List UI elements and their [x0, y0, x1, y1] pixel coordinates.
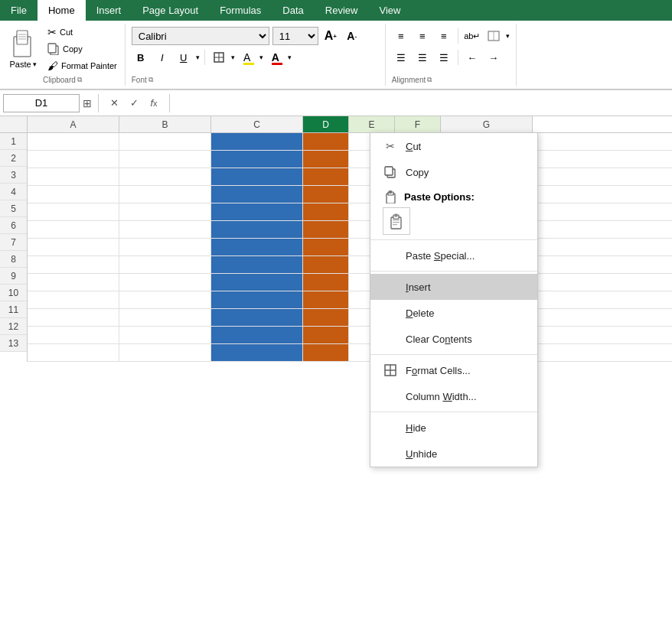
align-right-button[interactable]: ☰ [435, 48, 453, 67]
row-header-9[interactable]: 9 [0, 268, 27, 285]
corner-cell[interactable] [0, 116, 28, 132]
cell-c3[interactable] [211, 168, 303, 185]
align-top-button[interactable]: ≡ [392, 27, 410, 45]
cell-c12[interactable] [211, 327, 303, 343]
col-header-c[interactable]: C [211, 116, 303, 132]
formula-bar-collapse-icon[interactable]: ⊞ [83, 97, 92, 109]
cell-c4[interactable] [211, 186, 303, 203]
paste-option-1[interactable] [383, 207, 410, 235]
context-menu-copy[interactable]: Copy [370, 159, 537, 185]
cell-c7[interactable] [211, 239, 303, 255]
indent-increase-button[interactable]: → [484, 48, 503, 67]
increase-font-size-button[interactable]: A+ [321, 27, 340, 45]
cell-a9[interactable] [28, 274, 119, 291]
tab-page-layout[interactable]: Page Layout [132, 0, 209, 21]
cell-c10[interactable] [211, 291, 303, 308]
cell-c1[interactable] [211, 133, 303, 150]
cell-b2[interactable] [119, 151, 211, 168]
cell-d7[interactable] [303, 239, 349, 255]
border-button[interactable] [210, 48, 228, 67]
cell-d11[interactable] [303, 309, 349, 326]
cell-d12[interactable] [303, 327, 349, 343]
fill-dropdown-arrow[interactable]: ▾ [259, 54, 263, 61]
wrap-text-button[interactable]: ab↵ [463, 27, 481, 45]
cell-c2[interactable] [211, 151, 303, 168]
row-header-7[interactable]: 7 [0, 234, 27, 251]
row-header-1[interactable]: 1 [0, 133, 27, 150]
col-header-g[interactable]: G [441, 116, 533, 132]
cell-d6[interactable] [303, 221, 349, 238]
underline-button[interactable]: U [175, 48, 193, 67]
tab-formulas[interactable]: Formulas [209, 0, 272, 21]
cell-b5[interactable] [119, 203, 211, 220]
cell-b13[interactable] [119, 344, 211, 361]
bold-button[interactable]: B [132, 48, 150, 67]
cell-b11[interactable] [119, 309, 211, 326]
align-left-button[interactable]: ☰ [392, 48, 410, 67]
context-menu-hide[interactable]: Hide [370, 415, 537, 441]
cell-d5[interactable] [303, 203, 349, 220]
cancel-formula-icon[interactable]: ✕ [105, 94, 123, 112]
cell-a11[interactable] [28, 309, 119, 326]
cell-a6[interactable] [28, 221, 119, 238]
border-dropdown-arrow[interactable]: ▾ [231, 54, 235, 61]
context-menu-column-width[interactable]: Column Width... [370, 383, 537, 409]
cell-c6[interactable] [211, 221, 303, 238]
context-menu-unhide[interactable]: Unhide [370, 441, 537, 467]
paste-button[interactable]: Paste ▾ [5, 26, 41, 72]
cell-a13[interactable] [28, 344, 119, 361]
decrease-font-size-button[interactable]: A- [343, 27, 361, 45]
cell-b9[interactable] [119, 274, 211, 291]
row-header-5[interactable]: 5 [0, 200, 27, 217]
cell-a4[interactable] [28, 186, 119, 203]
tab-view[interactable]: View [368, 0, 411, 21]
context-menu-format-cells[interactable]: Format Cells... [370, 357, 537, 383]
italic-button[interactable]: I [153, 48, 171, 67]
context-menu-clear-contents[interactable]: Clear Contents [370, 326, 537, 352]
cell-b1[interactable] [119, 133, 211, 150]
cell-b8[interactable] [119, 256, 211, 273]
context-menu-paste-special[interactable]: Paste Special... [370, 242, 537, 268]
indent-decrease-button[interactable]: ← [463, 48, 481, 67]
cell-d8[interactable] [303, 256, 349, 273]
cell-c11[interactable] [211, 309, 303, 326]
cell-a3[interactable] [28, 168, 119, 185]
cell-b12[interactable] [119, 327, 211, 343]
cell-a10[interactable] [28, 291, 119, 308]
clipboard-group-dialog-icon[interactable]: ⧉ [77, 76, 82, 84]
row-header-11[interactable]: 11 [0, 301, 27, 318]
cell-c8[interactable] [211, 256, 303, 273]
merge-cells-button[interactable] [484, 27, 503, 45]
cut-button[interactable]: ✂ Cut [44, 24, 120, 40]
cell-b10[interactable] [119, 291, 211, 308]
cell-a5[interactable] [28, 203, 119, 220]
col-header-b[interactable]: B [119, 116, 211, 132]
cell-b6[interactable] [119, 221, 211, 238]
cell-a2[interactable] [28, 151, 119, 168]
cell-d13[interactable] [303, 344, 349, 361]
context-menu-insert[interactable]: Insert [370, 274, 537, 300]
row-header-13[interactable]: 13 [0, 335, 27, 352]
cell-a12[interactable] [28, 327, 119, 343]
row-header-6[interactable]: 6 [0, 217, 27, 234]
row-header-8[interactable]: 8 [0, 251, 27, 268]
merge-dropdown-arrow[interactable]: ▾ [506, 32, 510, 40]
col-header-f[interactable]: F [395, 116, 441, 132]
formula-input[interactable] [176, 94, 669, 112]
align-center-button[interactable]: ☰ [413, 48, 432, 67]
font-group-dialog-icon[interactable]: ⧉ [148, 76, 153, 84]
font-size-select[interactable]: 11 [272, 27, 318, 45]
cell-d10[interactable] [303, 291, 349, 308]
confirm-formula-icon[interactable]: ✓ [125, 94, 143, 112]
cell-c13[interactable] [211, 344, 303, 361]
font-name-select[interactable]: Calibri [132, 27, 269, 45]
tab-review[interactable]: Review [315, 0, 369, 21]
tab-insert[interactable]: Insert [86, 0, 132, 21]
row-header-4[interactable]: 4 [0, 184, 27, 200]
cell-a7[interactable] [28, 239, 119, 255]
row-header-3[interactable]: 3 [0, 167, 27, 184]
col-header-e[interactable]: E [349, 116, 395, 132]
cell-b7[interactable] [119, 239, 211, 255]
row-header-10[interactable]: 10 [0, 285, 27, 301]
row-header-2[interactable]: 2 [0, 150, 27, 167]
